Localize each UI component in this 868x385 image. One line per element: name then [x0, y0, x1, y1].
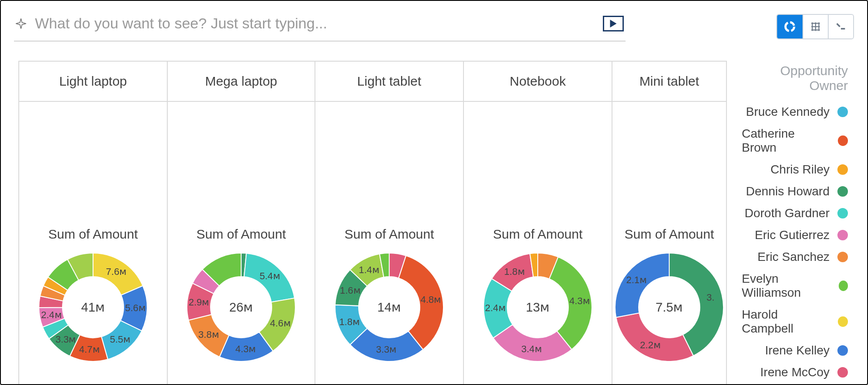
slice-label: 1.6ᴍ [340, 285, 361, 296]
table-view-button[interactable] [802, 15, 828, 38]
play-icon[interactable] [603, 16, 624, 31]
legend-item[interactable]: Catherine Brown [742, 123, 854, 159]
app-frame: Light laptopSum of Amount41ᴍ7.6ᴍ5.6ᴍ5.5ᴍ… [0, 0, 868, 385]
legend-swatch [837, 230, 848, 240]
donut-wrap: 26ᴍ5.4ᴍ4.6ᴍ4.3ᴍ3.8ᴍ2.9ᴍ [183, 250, 299, 365]
chart-column: Light tabletSum of Amount14ᴍ4.8ᴍ3.3ᴍ1.8ᴍ… [315, 62, 464, 385]
legend-swatch [838, 316, 848, 327]
chart-subtitle: Sum of Amount [344, 227, 434, 242]
slice-label: 2.4ᴍ [41, 309, 62, 321]
slice-label: 2.9ᴍ [189, 297, 210, 308]
svg-point-0 [785, 22, 794, 31]
legend-item-label: Irene McCoy [760, 365, 830, 379]
legend-swatch [837, 186, 848, 197]
column-body: Sum of Amount41ᴍ7.6ᴍ5.6ᴍ5.5ᴍ4.7ᴍ3.3ᴍ2.4ᴍ [19, 102, 167, 385]
legend-item[interactable]: Dennis Howard [742, 180, 854, 202]
legend-swatch [837, 345, 848, 356]
slice-label: 3.8ᴍ [198, 329, 219, 340]
chart-column: Mega laptopSum of Amount26ᴍ5.4ᴍ4.6ᴍ4.3ᴍ3… [168, 62, 315, 385]
slice-label: 1.8ᴍ [339, 316, 360, 328]
slice-label: 5.5ᴍ [110, 334, 131, 345]
legend-item-label: Evelyn Williamson [742, 272, 831, 300]
chart-subtitle: Sum of Amount [196, 227, 286, 242]
legend-item-label: Doroth Gardner [744, 206, 830, 220]
search-bar[interactable] [14, 11, 626, 42]
legend-item-label: Eric Sanchez [757, 250, 830, 264]
legend-swatch [837, 367, 848, 378]
legend-item[interactable]: Chris Riley [742, 159, 854, 180]
column-header: Light tablet [315, 62, 463, 102]
legend-item-label: Irene Kelley [765, 343, 830, 357]
donut-wrap: 13ᴍ4.3ᴍ3.4ᴍ2.4ᴍ1.8ᴍ [480, 250, 595, 365]
legend-swatch [839, 281, 848, 291]
donut-wrap: 7.5ᴍ3.2.2ᴍ2.1ᴍ [612, 250, 727, 365]
column-body: Sum of Amount14ᴍ4.8ᴍ3.3ᴍ1.8ᴍ1.6ᴍ1.4ᴍ [315, 102, 463, 385]
slice-label: 4.7ᴍ [79, 344, 100, 355]
donut-center-total: 41ᴍ [81, 300, 105, 315]
slice-label: 1.4ᴍ [359, 264, 380, 276]
slice-label: 4.3ᴍ [569, 295, 590, 307]
legend-swatch [837, 164, 848, 175]
chart-subtitle: Sum of Amount [624, 227, 714, 242]
slice-label: 2.2ᴍ [640, 340, 661, 351]
chart-subtitle: Sum of Amount [48, 227, 138, 242]
slice-label: 2.4ᴍ [485, 302, 506, 314]
chart-column: Mini tabletSum of Amount7.5ᴍ3.2.2ᴍ2.1ᴍ [612, 62, 726, 385]
chart-view-button[interactable] [777, 15, 802, 38]
legend-title: Opportunity Owner [742, 63, 854, 93]
chart-column: Light laptopSum of Amount41ᴍ7.6ᴍ5.6ᴍ5.5ᴍ… [19, 62, 168, 385]
legend-item[interactable]: Doroth Gardner [742, 202, 854, 224]
legend-swatch [838, 135, 848, 146]
slice-label: 4.8ᴍ [421, 294, 442, 305]
donut-center-total: 14ᴍ [377, 300, 401, 315]
legend-swatch [837, 107, 848, 117]
legend-item-label: Catherine Brown [742, 127, 830, 155]
column-body: Sum of Amount26ᴍ5.4ᴍ4.6ᴍ4.3ᴍ3.8ᴍ2.9ᴍ [168, 102, 315, 385]
legend-item[interactable]: Irene Kelley [742, 340, 854, 361]
slice-label: 3.3ᴍ [376, 344, 397, 355]
legend-item[interactable]: Bruce Kennedy [742, 101, 854, 123]
chart-subtitle: Sum of Amount [493, 227, 582, 242]
slice-label: 4.3ᴍ [235, 343, 256, 355]
column-header: Mini tablet [612, 62, 726, 102]
legend-item-label: Bruce Kennedy [746, 105, 830, 119]
search-input[interactable] [35, 15, 596, 32]
legend-item[interactable]: Eric Sanchez [742, 246, 854, 268]
legend: Opportunity Owner Bruce KennedyCatherine… [742, 63, 854, 385]
code-view-button[interactable] [828, 15, 853, 38]
column-header: Light laptop [19, 62, 167, 102]
legend-item-label: Harold Campbell [742, 308, 830, 336]
legend-item[interactable]: Harold Campbell [742, 304, 854, 340]
column-body: Sum of Amount7.5ᴍ3.2.2ᴍ2.1ᴍ [612, 102, 726, 385]
sparkle-icon [15, 17, 27, 30]
slice-label: 5.6ᴍ [125, 302, 146, 314]
slice-label: 3. [706, 292, 714, 303]
column-body: Sum of Amount13ᴍ4.3ᴍ3.4ᴍ2.4ᴍ1.8ᴍ [464, 102, 612, 385]
column-header: Mega laptop [168, 62, 315, 102]
column-header: Notebook [464, 62, 612, 102]
legend-swatch [837, 252, 848, 262]
legend-item[interactable]: Evelyn Williamson [742, 268, 854, 304]
slice-label: 1.8ᴍ [504, 266, 525, 277]
chart-grid: Light laptopSum of Amount41ᴍ7.6ᴍ5.6ᴍ5.5ᴍ… [18, 61, 727, 385]
donut-wrap: 41ᴍ7.6ᴍ5.6ᴍ5.5ᴍ4.7ᴍ3.3ᴍ2.4ᴍ [35, 250, 151, 365]
slice-label: 5.4ᴍ [259, 271, 280, 282]
slice-label: 2.1ᴍ [626, 274, 647, 286]
content: Light laptopSum of Amount41ᴍ7.6ᴍ5.6ᴍ5.5ᴍ… [1, 46, 867, 385]
legend-item[interactable]: Irene McCoy [742, 361, 854, 383]
donut-slice[interactable] [616, 313, 693, 361]
chart-column: NotebookSum of Amount13ᴍ4.3ᴍ3.4ᴍ2.4ᴍ1.8ᴍ [464, 62, 612, 385]
slice-label: 4.6ᴍ [270, 318, 291, 329]
slice-label: 3.4ᴍ [521, 343, 542, 355]
legend-item[interactable]: Eric Gutierrez [742, 224, 854, 246]
legend-item-label: Dennis Howard [746, 184, 830, 198]
donut-wrap: 14ᴍ4.8ᴍ3.3ᴍ1.8ᴍ1.6ᴍ1.4ᴍ [332, 250, 447, 365]
legend-swatch [837, 208, 848, 219]
donut-center-total: 13ᴍ [526, 300, 550, 315]
donut-center-total: 7.5ᴍ [656, 300, 683, 315]
top-bar [1, 1, 867, 46]
legend-item-label: Chris Riley [771, 163, 830, 177]
legend-item-label: Eric Gutierrez [755, 228, 830, 242]
legend-item[interactable]: John Williams [742, 383, 854, 385]
slice-label: 3.3ᴍ [55, 334, 76, 345]
